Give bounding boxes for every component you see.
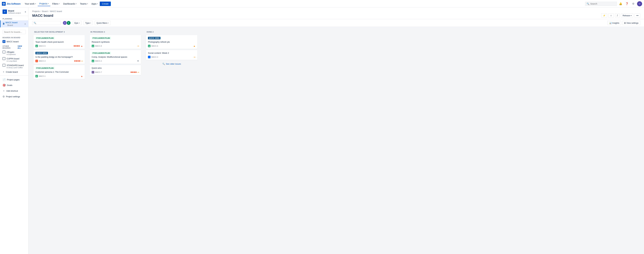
other-board-standard[interactable]: STANDARD board in Drury Lane Coffee (0, 63, 28, 69)
topnav-apps[interactable]: Apps ▾ (90, 1, 100, 6)
breadcrumb-projects[interactable]: Projects (32, 10, 40, 12)
see-older-issues-button[interactable]: 🔍 See older issues (146, 61, 197, 67)
priority-dots (74, 60, 80, 62)
topnav-dashboards[interactable]: Dashboards ▾ (62, 1, 78, 6)
other-board-sub: in Espresso (2, 53, 26, 55)
priority-medium-icon: ═ (138, 71, 139, 73)
view-settings-button[interactable]: ⊞ View settings (622, 21, 640, 25)
sidebar-goals[interactable]: 🎯 Goals (0, 82, 28, 83)
search-icon: 🔍 (162, 63, 165, 65)
column-header-inprogress: IN PROGRESS 3 (88, 29, 142, 34)
card-footer-macc8: ▲ MACC-8 ═ (92, 45, 139, 47)
project-info: Board Software project (8, 10, 24, 14)
column-cards-done: QUICK WINS Photography refresh pls ▲ MAC… (145, 34, 198, 68)
main-content: Projects / Board / MACC board MACC board… (28, 7, 644, 83)
chevron-down-icon: ▾ (76, 3, 76, 4)
column-header-done: DONE 2 (145, 29, 198, 34)
sidebar-planning-section: PLANNING MACC board Board ▸ (0, 16, 28, 28)
topnav-items: Your work ▾ Projects ▾ Filters ▾ Dashboa… (23, 1, 583, 6)
card-label-fy23: FY23 LAUNCH PLAN (92, 37, 111, 39)
other-board-name: Affogato (7, 51, 14, 53)
notifications-button[interactable]: 🔔 (618, 1, 623, 6)
insights-button[interactable]: 📊 Insights (607, 21, 621, 25)
card-macc2[interactable]: FY23 LAUNCH PLAN Comp. Analysis: Multifu… (90, 50, 141, 64)
macc-board-label: MACC board (6, 21, 18, 24)
pages-icon: 📄 (2, 78, 6, 81)
create-button[interactable]: Create (100, 1, 111, 6)
card-left-macc7: ⚡ MACC-7 (92, 71, 102, 73)
view-all-button[interactable]: VIEW ALL (18, 45, 26, 49)
card-macc3[interactable]: Social content: Week 2 ✓ MACC-3 ═ (146, 50, 197, 60)
other-board-sub: in Long black (2, 60, 26, 62)
board-filter-search[interactable]: 🔍 (32, 21, 61, 25)
star-button[interactable]: ☆ (608, 13, 614, 18)
other-board-icon (2, 50, 5, 53)
topnav-your-work[interactable]: Your work ▾ (23, 1, 38, 6)
create-board-button[interactable]: ＋ Create board (0, 69, 28, 74)
lightning-button[interactable]: ⚡ (601, 13, 607, 18)
release-button[interactable]: Release ▾ (621, 13, 634, 18)
quick-filters-button[interactable]: Quick filters ▾ (95, 21, 110, 25)
card-macc7[interactable]: Quick wins ⚡ MACC-7 (90, 65, 141, 75)
priority-medium-icon: ═ (138, 45, 139, 47)
card-footer-macc4: ✕ MACC-4 ═ (36, 60, 83, 62)
chevron-down-icon: ▾ (87, 3, 88, 4)
app-logo[interactable]: Jira Software (2, 2, 20, 6)
sidebar-footer: 📄 Project pages 🎯 Goals ＋ Add shortcut ⚙… (0, 75, 28, 83)
card-right-macc3: ═ (194, 56, 196, 58)
help-button[interactable]: ❓ (624, 1, 630, 6)
card-right-macc4: ═ (74, 60, 83, 62)
user-avatar[interactable]: U (637, 1, 642, 6)
settings-button[interactable]: ⚙ (631, 1, 636, 6)
view-settings-label: View settings (626, 22, 638, 24)
chevron-down-icon: ▾ (79, 22, 80, 24)
search-input[interactable] (590, 2, 616, 5)
user-avatar-2[interactable]: B (66, 21, 71, 25)
sidebar-collapse-button[interactable]: ◂ (25, 10, 26, 13)
more-button[interactable]: ••• (634, 13, 640, 18)
search-box[interactable]: 🔍 (585, 2, 617, 6)
epic-label: Epic (74, 22, 78, 24)
type-filter-button[interactable]: Type ▾ (84, 21, 93, 25)
card-left-macc2: ▲ MACC-2 (92, 60, 102, 62)
column-title-inprogress: IN PROGRESS 3 (90, 31, 105, 33)
card-macc1[interactable]: FY23 LAUNCH PLAN Customer persona 1: The… (34, 65, 85, 79)
column-inprogress: IN PROGRESS 3 FY23 LAUNCH PLAN Research … (88, 29, 142, 76)
board-search-input[interactable] (37, 22, 59, 24)
topnav-projects[interactable]: Projects ▾ (38, 1, 50, 6)
topnav-right: 🔍 🔔 ❓ ⚙ U (585, 1, 642, 6)
board-search-input[interactable] (2, 30, 26, 34)
topnav-filters[interactable]: Filters ▾ (50, 1, 61, 6)
board-toolbar: 🔍 A B Epic ▾ Type ▾ Quick filters ▾ 📊 In… (28, 19, 644, 27)
chevron-down-icon: ▼ (137, 60, 139, 62)
type-label: Type (85, 22, 90, 24)
other-board-icon (2, 57, 5, 60)
card-right-macc8: ═ (138, 45, 139, 47)
card-left-macc5: ▲ MACC-5 (36, 45, 46, 47)
topnav: Jira Software Your work ▾ Projects ▾ Fil… (0, 0, 644, 7)
sidebar-item-macc-board[interactable]: MACC board Board ▸ (0, 20, 28, 27)
topnav-teams[interactable]: Teams ▾ (78, 1, 90, 6)
card-macc8[interactable]: FY23 LAUNCH PLAN Research synthesis ▲ MA… (90, 35, 141, 49)
card-macc4[interactable]: QUICK WINS Is the padding dodgy on the h… (34, 50, 85, 64)
share-button[interactable]: ⤴ (615, 13, 620, 18)
board-item-macc[interactable]: MACC board (0, 39, 28, 44)
priority-medium-up-icon: ▲ (193, 45, 196, 47)
card-left-macc8: ▲ MACC-8 (92, 45, 102, 47)
sidebar-project-pages[interactable]: 📄 Project pages (0, 77, 28, 82)
other-board-cuppa[interactable]: CUPPA board in Long black (0, 56, 28, 63)
breadcrumb-board[interactable]: Board (42, 10, 48, 12)
card-macc6[interactable]: QUICK WINS Photography refresh pls ▲ MAC… (146, 35, 197, 49)
other-board-affogato[interactable]: Affogato in Espresso (0, 50, 28, 56)
card-macc5[interactable]: FY23 LAUNCH PLAN Team health check post-… (34, 35, 85, 49)
story-icon: ▲ (92, 45, 94, 47)
breadcrumb-macc[interactable]: MACC board (50, 10, 62, 12)
card-footer-macc1: ▲ MACC-1 ▲ (36, 75, 83, 77)
priority-dots (130, 72, 136, 73)
sidebar-search[interactable] (0, 28, 28, 35)
card-right-macc2: ▼ (137, 60, 139, 62)
priority-medium-icon: ═ (81, 60, 83, 62)
toolbar-right: 📊 Insights ⊞ View settings (607, 21, 640, 25)
epic-filter-button[interactable]: Epic ▾ (73, 21, 82, 25)
column-done: DONE 2 QUICK WINS Photography refresh pl… (145, 29, 198, 68)
